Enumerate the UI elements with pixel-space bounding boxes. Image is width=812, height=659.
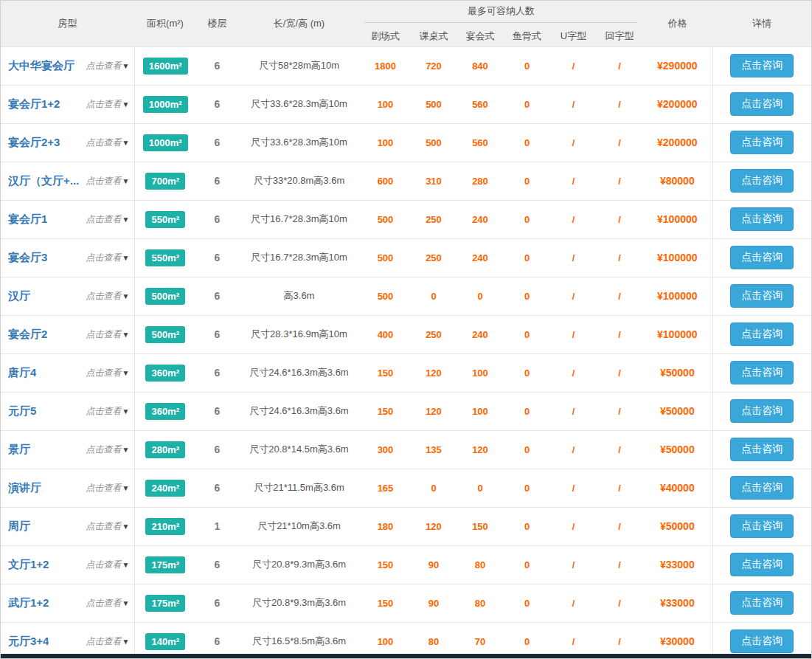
- room-name-link[interactable]: 武厅1+2: [8, 596, 49, 610]
- column-header-ushape: U字型: [550, 23, 597, 46]
- dimensions-value: 尺寸33.6*28.3m高10m: [238, 123, 360, 162]
- room-name-link[interactable]: 大中华宴会厅: [8, 59, 74, 73]
- view-toggle[interactable]: 点击查看▼: [86, 597, 130, 610]
- table-row: 周厅 点击查看▼ 210m² 1 尺寸21*10m高3.6m 180 120 1…: [1, 507, 811, 545]
- capacity-theater-value: 150: [360, 392, 411, 430]
- consult-button[interactable]: 点击咨询: [730, 322, 794, 346]
- chevron-down-icon: ▼: [122, 62, 130, 70]
- capacity-banquet-value: 0: [457, 469, 504, 507]
- room-name-link[interactable]: 唐厅4: [8, 366, 36, 380]
- capacity-hollow-square-value: /: [597, 507, 642, 545]
- consult-button[interactable]: 点击咨询: [730, 169, 794, 193]
- capacity-hollow-square-value: /: [597, 392, 642, 430]
- consult-button[interactable]: 点击咨询: [730, 207, 794, 231]
- consult-button[interactable]: 点击咨询: [730, 553, 794, 576]
- capacity-theater-value: 100: [360, 85, 411, 123]
- consult-button[interactable]: 点击咨询: [730, 591, 794, 615]
- table-row: 武厅1+2 点击查看▼ 175m² 6 尺寸20.8*9.3m高3.6m 150…: [1, 584, 811, 622]
- column-header-theater: 剧场式: [360, 23, 411, 46]
- room-name-link[interactable]: 元厅5: [8, 404, 36, 418]
- consult-button[interactable]: 点击咨询: [730, 438, 794, 461]
- room-name-link[interactable]: 宴会厅1+2: [8, 97, 60, 111]
- capacity-ushape-value: /: [550, 85, 597, 123]
- room-name-link[interactable]: 周厅: [8, 520, 30, 534]
- chevron-down-icon: ▼: [122, 484, 130, 492]
- view-toggle[interactable]: 点击查看▼: [86, 98, 130, 111]
- capacity-ushape-value: /: [550, 315, 597, 353]
- dimensions-value: 尺寸24.6*16.3m高3.6m: [238, 353, 360, 392]
- view-toggle[interactable]: 点击查看▼: [86, 367, 130, 379]
- room-table: 房型 面积(m²) 楼层 长/宽/高 (m) 最多可容纳人数 价格 详情 剧场式…: [1, 1, 811, 659]
- room-name-link[interactable]: 宴会厅2: [8, 328, 47, 342]
- capacity-theater-value: 150: [360, 545, 411, 584]
- view-toggle[interactable]: 点击查看▼: [86, 137, 130, 149]
- dimensions-value: 尺寸24.6*16.3m高3.6m: [238, 392, 360, 430]
- capacity-hollow-square-value: /: [597, 46, 642, 85]
- chevron-down-icon: ▼: [122, 638, 130, 646]
- consult-button[interactable]: 点击咨询: [730, 131, 794, 154]
- view-toggle[interactable]: 点击查看▼: [86, 520, 130, 533]
- room-name-link[interactable]: 宴会厅1: [8, 213, 47, 227]
- room-name-link[interactable]: 汉厅: [8, 289, 30, 303]
- consult-button[interactable]: 点击咨询: [730, 514, 794, 538]
- view-toggle[interactable]: 点击查看▼: [86, 559, 130, 571]
- view-toggle[interactable]: 点击查看▼: [86, 175, 130, 187]
- view-toggle[interactable]: 点击查看▼: [86, 213, 130, 226]
- capacity-theater-value: 500: [360, 200, 411, 238]
- area-badge: 700m²: [145, 173, 185, 190]
- consult-button[interactable]: 点击咨询: [730, 476, 794, 500]
- consult-button[interactable]: 点击咨询: [730, 246, 794, 269]
- area-badge: 500m²: [145, 326, 185, 343]
- capacity-fishbone-value: 0: [504, 507, 550, 545]
- room-name-link[interactable]: 汉厅（文厅+...: [8, 174, 79, 188]
- capacity-theater-value: 400: [360, 315, 411, 353]
- capacity-fishbone-value: 0: [504, 123, 550, 162]
- view-toggle[interactable]: 点击查看▼: [86, 405, 130, 418]
- capacity-hollow-square-value: /: [597, 315, 642, 353]
- capacity-banquet-value: 80: [457, 584, 504, 622]
- consult-button[interactable]: 点击咨询: [730, 92, 794, 116]
- view-toggle[interactable]: 点击查看▼: [86, 444, 130, 456]
- capacity-theater-value: 600: [360, 162, 411, 200]
- capacity-fishbone-value: 0: [504, 315, 550, 353]
- consult-button[interactable]: 点击咨询: [730, 399, 794, 423]
- table-row: 宴会厅2+3 点击查看▼ 1000m² 6 尺寸33.6*28.3m高10m 1…: [1, 123, 811, 162]
- chevron-down-icon: ▼: [122, 177, 130, 185]
- area-badge: 280m²: [145, 441, 185, 458]
- consult-button[interactable]: 点击咨询: [730, 361, 794, 384]
- capacity-theater-value: 1800: [360, 46, 411, 85]
- capacity-hollow-square-value: /: [597, 469, 642, 507]
- consult-button[interactable]: 点击咨询: [730, 284, 794, 308]
- consult-button[interactable]: 点击咨询: [730, 629, 794, 653]
- consult-button[interactable]: 点击咨询: [730, 54, 794, 77]
- capacity-fishbone-value: 0: [504, 469, 550, 507]
- view-toggle[interactable]: 点击查看▼: [86, 252, 130, 264]
- view-toggle[interactable]: 点击查看▼: [86, 482, 130, 494]
- chevron-down-icon: ▼: [122, 407, 130, 415]
- capacity-ushape-value: /: [550, 545, 597, 584]
- floor-value: 6: [196, 392, 238, 430]
- price-value: ¥50000: [642, 392, 712, 430]
- view-toggle[interactable]: 点击查看▼: [86, 60, 130, 72]
- capacity-hollow-square-value: /: [597, 238, 642, 277]
- capacity-hollow-square-value: /: [597, 123, 642, 162]
- capacity-fishbone-value: 0: [504, 238, 550, 277]
- capacity-theater-value: 500: [360, 238, 411, 277]
- table-row: 宴会厅1+2 点击查看▼ 1000m² 6 尺寸33.6*28.3m高10m 1…: [1, 85, 811, 123]
- dimensions-value: 尺寸21*11.5m高3.6m: [238, 469, 360, 507]
- column-header-floor: 楼层: [196, 1, 238, 46]
- view-toggle[interactable]: 点击查看▼: [86, 290, 130, 303]
- room-name-link[interactable]: 演讲厅: [8, 481, 41, 495]
- capacity-classroom-value: 720: [411, 46, 457, 85]
- capacity-hollow-square-value: /: [597, 545, 642, 584]
- view-toggle[interactable]: 点击查看▼: [86, 328, 130, 341]
- room-name-link[interactable]: 文厅1+2: [8, 558, 49, 572]
- price-value: ¥33000: [642, 545, 712, 584]
- floor-value: 6: [196, 469, 238, 507]
- room-name-link[interactable]: 宴会厅3: [8, 251, 47, 265]
- view-toggle[interactable]: 点击查看▼: [86, 635, 130, 648]
- room-name-link[interactable]: 元厅3+4: [8, 635, 49, 649]
- room-name-link[interactable]: 宴会厅2+3: [8, 136, 60, 150]
- room-name-link[interactable]: 景厅: [8, 443, 30, 457]
- capacity-ushape-value: /: [550, 507, 597, 545]
